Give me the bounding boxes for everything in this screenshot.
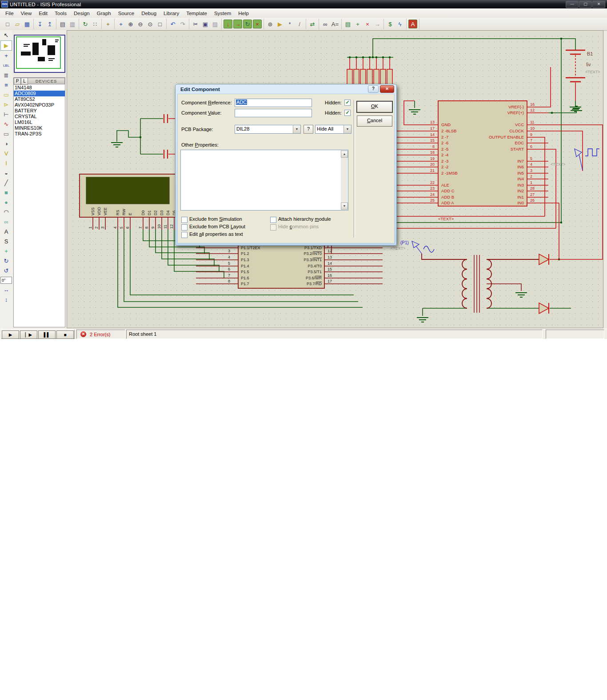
- menu-source[interactable]: Source: [115, 9, 138, 17]
- import-icon[interactable]: ↧: [36, 20, 44, 28]
- device-item-tran-2p3s[interactable]: TRAN-2P3S: [14, 131, 65, 137]
- device-item-lm016l[interactable]: LM016L: [14, 119, 65, 125]
- path-2d-icon[interactable]: ∞: [1, 217, 12, 227]
- decompose-icon[interactable]: /: [295, 20, 304, 28]
- zoom-out-icon[interactable]: ⊖: [136, 20, 145, 28]
- pause-button[interactable]: ▌▌: [38, 330, 56, 339]
- menu-graph[interactable]: Graph: [93, 9, 115, 17]
- rotate-ccw-icon[interactable]: ↺: [1, 266, 12, 275]
- bus-mode-icon[interactable]: ≡: [1, 80, 12, 90]
- diode[interactable]: [539, 303, 549, 314]
- remove-sheet-icon[interactable]: ×: [363, 20, 372, 28]
- ok-button[interactable]: OK: [357, 101, 392, 112]
- clock-pointer-icon[interactable]: [575, 149, 582, 157]
- checkbox-attach-hierarchy-module[interactable]: [270, 217, 276, 223]
- device-pin-mode-icon[interactable]: ⊢: [1, 110, 12, 119]
- export-icon[interactable]: ↥: [45, 20, 54, 28]
- value-input[interactable]: [235, 109, 312, 117]
- goto-sheet-icon[interactable]: →: [373, 20, 382, 28]
- design-explorer-icon[interactable]: ▤: [343, 20, 352, 28]
- center-tap-wire[interactable]: [487, 284, 521, 291]
- menu-file[interactable]: File: [2, 9, 17, 17]
- schematic-overview[interactable]: [14, 35, 65, 73]
- virtual-instruments-mode-icon[interactable]: ◒: [1, 168, 12, 178]
- text-2d-icon[interactable]: A: [1, 227, 12, 236]
- block-move-icon[interactable]: →: [233, 20, 242, 28]
- graph-mode-icon[interactable]: ∿: [1, 119, 12, 129]
- scroll-down-icon[interactable]: ▼: [341, 203, 348, 210]
- menu-help[interactable]: Help: [235, 9, 252, 17]
- device-item-crystal[interactable]: CRYSTAL: [14, 114, 65, 119]
- block-delete-icon[interactable]: ×: [253, 20, 262, 28]
- zoom-all-icon[interactable]: ⊙: [146, 20, 155, 28]
- error-panel[interactable]: ✕ 2 Error(s): [76, 330, 125, 339]
- refresh-icon[interactable]: ↻: [81, 20, 90, 28]
- device-item-minres10k[interactable]: MINRES10K: [14, 125, 65, 131]
- voltage-probe-mode-icon[interactable]: V: [1, 149, 12, 158]
- zoom-in-icon[interactable]: ⊕: [126, 20, 135, 28]
- device-item-adc0809[interactable]: ADC0809: [14, 91, 65, 96]
- device-item-battery[interactable]: BATTERY: [14, 108, 65, 114]
- menu-library[interactable]: Library: [160, 9, 183, 17]
- print-icon[interactable]: ▤: [58, 20, 67, 28]
- wire-label-mode-icon[interactable]: LBL: [1, 61, 12, 70]
- adc-pin-wire[interactable]: [527, 67, 551, 107]
- subcircuit-mode-icon[interactable]: ▭: [1, 90, 12, 99]
- cut-icon[interactable]: ✂: [191, 20, 200, 28]
- maximize-button[interactable]: ▢: [579, 1, 592, 8]
- checkbox-exclude-from-simulation[interactable]: [181, 217, 188, 223]
- diode[interactable]: [539, 254, 549, 265]
- terminal-mode-icon[interactable]: ⊳: [1, 100, 12, 109]
- hidden-checkbox-2[interactable]: ✓: [344, 110, 351, 116]
- zoom-area-icon[interactable]: □: [156, 20, 164, 28]
- pick-devices-button[interactable]: P: [14, 78, 21, 85]
- wire-autorouter-icon[interactable]: ⇄: [308, 20, 317, 28]
- flip-vertical-icon[interactable]: ↕: [1, 295, 12, 304]
- dialog-help-button[interactable]: ?: [368, 85, 379, 93]
- menu-debug[interactable]: Debug: [138, 9, 160, 17]
- packaging-tool-icon[interactable]: *: [285, 20, 294, 28]
- menu-template[interactable]: Template: [183, 9, 211, 17]
- chevron-down-icon[interactable]: ▼: [343, 125, 351, 133]
- wire[interactable]: [373, 39, 575, 57]
- paste-icon[interactable]: ▨: [211, 20, 220, 28]
- chevron-down-icon[interactable]: ▼: [293, 125, 300, 133]
- current-probe-mode-icon[interactable]: I: [1, 159, 12, 168]
- property-assignment-icon[interactable]: A=: [331, 20, 339, 28]
- checkbox-exclude-from-pcb-layout[interactable]: [181, 224, 188, 231]
- device-item-avx0402npo33p[interactable]: AVX0402NPO33P: [14, 102, 65, 108]
- bill-of-materials-icon[interactable]: $: [386, 20, 395, 28]
- save-icon[interactable]: ▦: [23, 20, 32, 28]
- selection-mode-icon[interactable]: ↖: [1, 31, 12, 40]
- new-file-icon[interactable]: □: [3, 20, 12, 28]
- scroll-up-icon[interactable]: ▲: [341, 151, 348, 158]
- dialog-close-button[interactable]: ✕: [380, 85, 394, 93]
- pan-icon[interactable]: +: [116, 20, 125, 28]
- open-folder-icon[interactable]: ▱: [13, 20, 22, 28]
- menu-design[interactable]: Design: [70, 9, 93, 17]
- package-query-button[interactable]: ?: [304, 125, 313, 134]
- pcb-package-combo[interactable]: DIL28 ▼: [235, 125, 301, 134]
- checkbox-edit-all-properties-as-text[interactable]: [181, 232, 188, 238]
- step-button[interactable]: ▏▶: [20, 330, 37, 339]
- close-button[interactable]: ✕: [592, 1, 605, 8]
- play-button[interactable]: ▶: [2, 330, 19, 339]
- origin-icon[interactable]: +: [104, 20, 112, 28]
- search-tag-icon[interactable]: ∞: [321, 20, 330, 28]
- flip-horizontal-icon[interactable]: ↔: [1, 285, 12, 294]
- device-item-1n4148[interactable]: 1N4148: [14, 85, 65, 91]
- wire[interactable]: [117, 131, 140, 142]
- rotation-angle-field[interactable]: 0°: [0, 277, 12, 284]
- copy-icon[interactable]: ▣: [201, 20, 210, 28]
- line-2d-icon[interactable]: ╱: [1, 178, 12, 187]
- transformer-primary[interactable]: [462, 259, 467, 308]
- device-item-at89c52[interactable]: AT89C52: [14, 96, 65, 102]
- library-manager-button[interactable]: L: [21, 78, 28, 85]
- block-rotate-icon[interactable]: ↻: [243, 20, 252, 28]
- hide-mode-combo[interactable]: Hide All ▼: [315, 125, 351, 134]
- stop-button[interactable]: ■: [56, 330, 74, 339]
- minimize-button[interactable]: —: [566, 1, 579, 8]
- symbol-2d-icon[interactable]: S: [1, 237, 12, 246]
- reference-input[interactable]: ADC: [235, 99, 312, 107]
- arc-2d-icon[interactable]: ◠: [1, 207, 12, 217]
